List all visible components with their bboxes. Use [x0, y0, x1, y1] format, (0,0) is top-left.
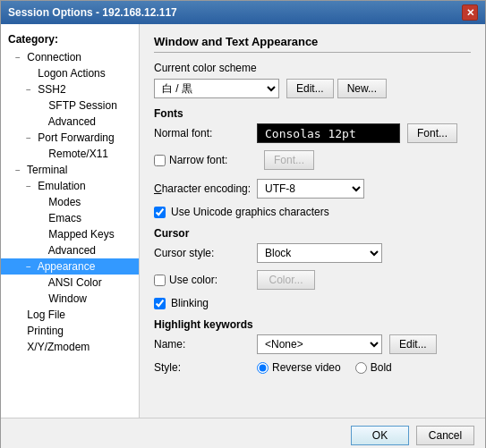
- sidebar-item-emulation[interactable]: − Emulation: [1, 178, 139, 194]
- sidebar-item-ansi-color[interactable]: ANSI Color: [1, 275, 139, 291]
- color-scheme-section: Current color scheme 白 / 黒 Default Custo…: [154, 62, 471, 98]
- use-color-row: Use color: Color...: [154, 270, 471, 290]
- title-bar: Session Options - 192.168.12.117 ✕: [1, 1, 485, 24]
- bold-option: Bold: [355, 361, 392, 374]
- narrow-font-checkbox[interactable]: [154, 155, 166, 166]
- bold-radio[interactable]: [355, 362, 367, 374]
- category-header: Category:: [1, 31, 139, 49]
- bottom-bar: OK Cancel: [1, 418, 485, 448]
- narrow-font-button[interactable]: Font...: [264, 150, 314, 170]
- cursor-section: Cursor Cursor style: Block Underline Bar…: [154, 227, 471, 309]
- highlight-name-select[interactable]: <None>: [257, 334, 382, 354]
- normal-font-label: Normal font:: [154, 127, 257, 139]
- cursor-style-select[interactable]: Block Underline Bar: [257, 243, 382, 263]
- reverse-video-label: Reverse video: [272, 361, 341, 374]
- ok-button[interactable]: OK: [351, 426, 409, 445]
- bold-label: Bold: [371, 361, 392, 374]
- blinking-row: Blinking: [154, 297, 471, 309]
- cancel-button[interactable]: Cancel: [416, 426, 474, 445]
- blinking-label: Blinking: [171, 297, 209, 309]
- unicode-graphics-row: Use Unicode graphics characters: [154, 206, 471, 218]
- unicode-graphics-label: Use Unicode graphics characters: [171, 206, 329, 218]
- fonts-label: Fonts: [154, 107, 471, 120]
- color-scheme-label: Current color scheme: [154, 62, 257, 74]
- cursor-style-label: Cursor style:: [154, 247, 257, 259]
- cursor-style-row: Cursor style: Block Underline Bar: [154, 243, 471, 263]
- session-options-window: Session Options - 192.168.12.117 ✕ Categ…: [0, 0, 486, 448]
- use-color-label: Use color:: [169, 274, 217, 286]
- reverse-video-radio[interactable]: [257, 362, 269, 374]
- edit-color-scheme-button[interactable]: Edit...: [286, 79, 334, 98]
- highlight-style-options: Reverse video Bold: [257, 361, 392, 374]
- narrow-font-label: Narrow font:: [169, 154, 227, 166]
- right-panel: Window and Text Appearance Current color…: [140, 24, 485, 418]
- sidebar-item-advanced-ssh[interactable]: Advanced: [1, 114, 139, 130]
- blinking-checkbox[interactable]: [154, 298, 166, 309]
- use-color-checkbox[interactable]: [154, 275, 166, 286]
- color-button[interactable]: Color...: [257, 270, 315, 290]
- cursor-label: Cursor: [154, 227, 471, 240]
- normal-font-button[interactable]: Font...: [407, 123, 457, 143]
- highlight-section: Highlight keywords Name: <None> Edit... …: [154, 318, 471, 374]
- sidebar-item-modes[interactable]: Modes: [1, 194, 139, 210]
- sidebar-item-terminal[interactable]: − Terminal: [1, 162, 139, 178]
- highlight-name-label: Name:: [154, 338, 257, 351]
- narrow-font-row: Narrow font: Font...: [154, 150, 471, 170]
- encoding-label: Character encoding:: [154, 182, 257, 195]
- color-scheme-row: 白 / 黒 Default Custom Edit... New...: [154, 79, 471, 98]
- sidebar-item-ssh2[interactable]: − SSH2: [1, 81, 139, 97]
- sidebar-item-emacs[interactable]: Emacs: [1, 210, 139, 226]
- normal-font-display: Consolas 12pt: [257, 123, 400, 143]
- fonts-section: Fonts Normal font: Consolas 12pt Font...…: [154, 107, 471, 170]
- reverse-video-option: Reverse video: [257, 361, 341, 374]
- main-content: Category: − Connection Logon Actions − S…: [1, 24, 485, 418]
- encoding-section: Character encoding: UTF-8 ASCII ISO-8859…: [154, 179, 471, 218]
- highlight-style-row: Style: Reverse video Bold: [154, 361, 471, 374]
- highlight-edit-button[interactable]: Edit...: [389, 334, 437, 354]
- category-panel: Category: − Connection Logon Actions − S…: [1, 24, 140, 418]
- highlight-style-label: Style:: [154, 361, 257, 374]
- encoding-select[interactable]: UTF-8 ASCII ISO-8859-1: [257, 179, 364, 199]
- encoding-row: Character encoding: UTF-8 ASCII ISO-8859…: [154, 179, 471, 199]
- sidebar-item-appearance[interactable]: − Appearance: [1, 258, 139, 275]
- sidebar-item-advanced-terminal[interactable]: Advanced: [1, 242, 139, 258]
- sidebar-item-remote-x11[interactable]: Remote/X11: [1, 146, 139, 162]
- new-color-scheme-button[interactable]: New...: [337, 79, 387, 98]
- sidebar-item-port-forwarding[interactable]: − Port Forwarding: [1, 130, 139, 146]
- sidebar-item-sftp-session[interactable]: SFTP Session: [1, 97, 139, 114]
- sidebar-item-log-file[interactable]: Log File: [1, 307, 139, 323]
- sidebar-item-connection[interactable]: − Connection: [1, 49, 139, 65]
- sidebar-item-window[interactable]: Window: [1, 291, 139, 307]
- window-title: Session Options - 192.168.12.117: [8, 6, 177, 19]
- highlight-name-row: Name: <None> Edit...: [154, 334, 471, 354]
- sidebar-item-xyz-modem[interactable]: X/Y/Zmodem: [1, 339, 139, 355]
- sidebar-item-mapped-keys[interactable]: Mapped Keys: [1, 226, 139, 242]
- sidebar-item-logon-actions[interactable]: Logon Actions: [1, 65, 139, 81]
- highlight-label: Highlight keywords: [154, 318, 471, 331]
- normal-font-row: Normal font: Consolas 12pt Font...: [154, 123, 471, 143]
- panel-title: Window and Text Appearance: [154, 35, 471, 53]
- close-button[interactable]: ✕: [462, 4, 478, 21]
- color-scheme-select[interactable]: 白 / 黒 Default Custom: [154, 79, 279, 98]
- sidebar-item-printing[interactable]: Printing: [1, 323, 139, 339]
- unicode-graphics-checkbox[interactable]: [154, 207, 166, 218]
